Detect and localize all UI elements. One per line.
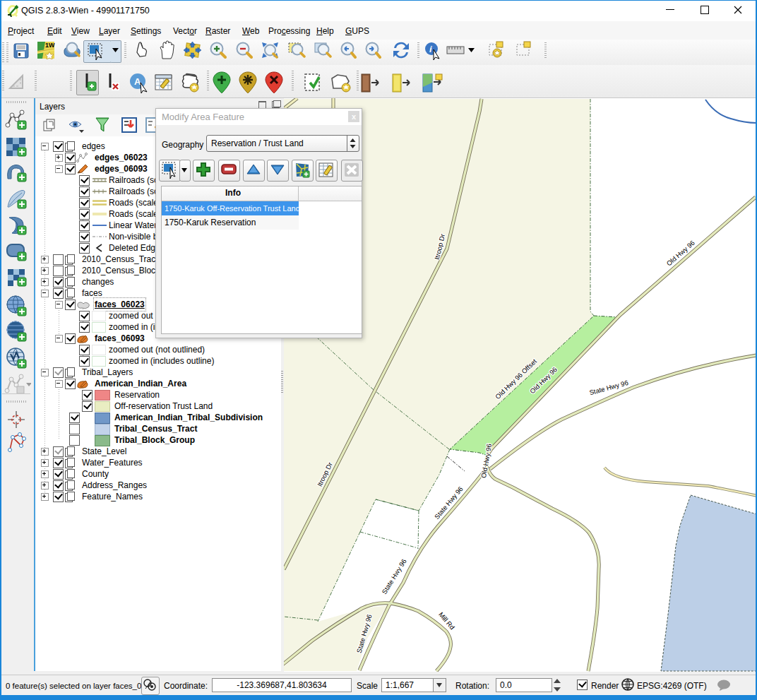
svg-text:1W: 1W <box>45 42 55 49</box>
svg-text:i: i <box>429 44 432 54</box>
